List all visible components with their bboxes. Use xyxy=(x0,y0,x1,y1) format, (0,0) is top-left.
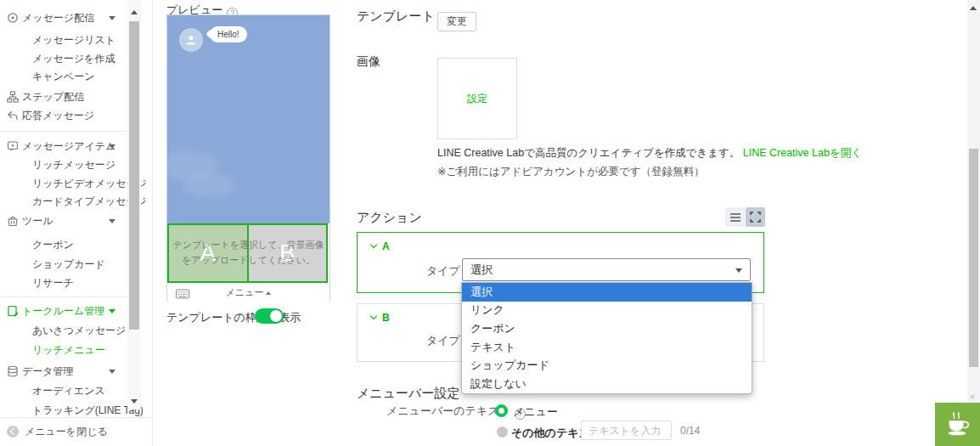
radio-other-text[interactable] xyxy=(497,426,508,438)
sidebar-item-step-broadcast[interactable]: ステップ配信 xyxy=(0,88,127,105)
sidebar-scrollbar-thumb[interactable] xyxy=(129,21,139,330)
sidebar-divider xyxy=(0,296,127,297)
sidebar: メッセージ配信 メッセージリスト メッセージを作成 キャンペーン ステップ配信 … xyxy=(0,0,153,446)
type-select-a-value: 選択 xyxy=(470,263,493,276)
richmenu-cell-b[interactable]: B xyxy=(247,223,329,283)
sidebar-item-message-broadcast[interactable]: メッセージ配信 xyxy=(0,9,127,26)
sidebar-item-label: データ管理 xyxy=(22,363,74,380)
cloud-shape xyxy=(184,172,235,198)
sidebar-item-label: リッチメッセージ xyxy=(32,156,115,173)
change-template-button[interactable]: 変更 xyxy=(437,12,476,31)
chevron-down-icon xyxy=(109,144,115,149)
collapse-menu-button[interactable]: メニューを閉じる xyxy=(7,425,108,438)
dropdown-option[interactable]: リンク xyxy=(462,302,752,320)
creative-lab-description: LINE Creative Labで高品質のクリエイティブを作成できます。 xyxy=(437,147,740,159)
chevron-down-icon xyxy=(109,309,115,313)
creative-lab-note: ※ご利用にはアドビアカウントが必要です（登録無料） xyxy=(437,165,705,179)
sidebar-scroll-up-icon[interactable] xyxy=(131,10,138,14)
sidebar-item-rich-video-message[interactable]: リッチビデオメッセージ xyxy=(0,175,127,192)
dropdown-option[interactable]: クーポン xyxy=(462,319,752,338)
collapse-menu-label: メニューを閉じる xyxy=(25,426,108,438)
sidebar-item-label: メッセージリスト xyxy=(32,31,115,48)
radio-menu[interactable] xyxy=(495,404,508,417)
sidebar-divider xyxy=(0,131,127,132)
keyboard-icon xyxy=(176,287,189,302)
image-upload-box[interactable]: 設定 xyxy=(437,58,517,139)
sidebar-item-data-management[interactable]: データ管理 xyxy=(0,363,127,380)
sidebar-scroll-down-icon[interactable] xyxy=(131,399,138,404)
expand-icon xyxy=(750,212,761,223)
chevron-down-icon xyxy=(109,219,115,223)
creative-lab-text: LINE Creative Labで高品質のクリエイティブを作成できます。 LI… xyxy=(437,146,862,161)
sidebar-item-label: メッセージアイテム xyxy=(22,138,115,155)
broadcast-icon xyxy=(7,12,20,24)
sidebar-item-shop-card[interactable]: ショップカード xyxy=(0,256,127,273)
sidebar-item-label: メッセージ配信 xyxy=(22,9,94,26)
main-scroll-up-icon[interactable] xyxy=(970,6,977,10)
sidebar-item-audience[interactable]: オーディエンス xyxy=(0,382,127,399)
dropdown-option[interactable]: 設定しない xyxy=(462,375,752,393)
sidebar-item-label: トークルーム管理 xyxy=(22,302,104,319)
sidebar-item-research[interactable]: リサーチ xyxy=(0,274,127,291)
chevron-down-icon xyxy=(109,16,115,20)
main-scrollbar-thumb[interactable] xyxy=(969,149,978,367)
chevron-down-icon xyxy=(370,313,377,319)
toggle-knob xyxy=(270,310,282,322)
sidebar-footer-divider xyxy=(0,417,153,418)
sidebar-item-coupon[interactable]: クーポン xyxy=(0,236,127,253)
dropdown-option[interactable]: 選択 xyxy=(462,283,752,302)
dropdown-option[interactable]: テキスト xyxy=(462,338,752,357)
template-border-toggle[interactable] xyxy=(255,308,284,324)
sidebar-item-label: ステップ配信 xyxy=(22,88,84,105)
database-icon xyxy=(7,365,20,377)
line-oa-manager-screen: メッセージ配信 メッセージリスト メッセージを作成 キャンペーン ステップ配信 … xyxy=(0,0,980,446)
sidebar-item-label: メッセージを作成 xyxy=(32,50,115,67)
caret-up-icon xyxy=(266,291,271,295)
basket-icon xyxy=(7,215,20,227)
sidebar-item-greeting-message[interactable]: あいさつメッセージ xyxy=(0,322,127,339)
sidebar-item-card-type-message[interactable]: カードタイプメッセージ xyxy=(0,193,127,210)
preview-menubar-label: メニュー xyxy=(226,286,272,299)
type-dropdown: 選択 リンク クーポン テキスト ショップカード 設定しない xyxy=(461,282,752,394)
step-flow-icon xyxy=(7,91,20,103)
sidebar-item-label: あいさつメッセージ xyxy=(32,322,126,339)
richmenu-cell-a[interactable]: A xyxy=(167,223,249,283)
expand-view-button[interactable] xyxy=(746,207,765,227)
sidebar-item-tracking[interactable]: トラッキング(LINE Tag) xyxy=(0,402,127,419)
panel-a-header[interactable]: A xyxy=(371,240,390,252)
sidebar-item-talkroom-management[interactable]: トークルーム管理 xyxy=(0,302,127,319)
chat-bubble: Hello! xyxy=(210,26,247,42)
cell-b-label: B xyxy=(279,240,295,267)
sidebar-item-campaign[interactable]: キャンペーン xyxy=(0,68,127,85)
sidebar-item-label: オーディエンス xyxy=(32,382,105,399)
close-icon[interactable]: × xyxy=(966,391,978,403)
avatar xyxy=(179,28,203,52)
sidebar-item-rich-message[interactable]: リッチメッセージ xyxy=(0,156,127,173)
cell-a-label: A xyxy=(200,240,216,267)
radio-menu-label[interactable]: メニュー xyxy=(513,404,558,420)
sidebar-item-create-message[interactable]: メッセージを作成 xyxy=(0,50,127,67)
preview-menubar: メニュー xyxy=(167,283,329,302)
sidebar-item-auto-reply[interactable]: 応答メッセージ xyxy=(0,107,127,124)
type-select-a[interactable]: 選択 xyxy=(462,258,751,281)
sidebar-item-message-list[interactable]: メッセージリスト xyxy=(0,31,127,48)
image-section-label: 画像 xyxy=(357,54,380,70)
creative-lab-link[interactable]: LINE Creative Labを開く xyxy=(743,147,862,159)
dropdown-option[interactable]: ショップカード xyxy=(462,356,752,375)
type-label: タイプ xyxy=(426,333,460,348)
reply-icon xyxy=(7,110,20,121)
list-view-button[interactable] xyxy=(725,207,745,227)
sidebar-item-label: ショップカード xyxy=(32,256,105,273)
sidebar-item-message-items[interactable]: メッセージアイテム xyxy=(0,138,127,155)
support-widget[interactable] xyxy=(935,403,980,446)
sidebar-item-label: ツール xyxy=(22,212,54,229)
other-text-input[interactable] xyxy=(581,421,672,440)
template-section-label: テンプレート xyxy=(357,8,435,25)
sidebar-item-rich-menu[interactable]: リッチメニュー xyxy=(0,342,127,358)
panel-b-header[interactable]: B xyxy=(371,312,390,324)
panel-a-title: A xyxy=(382,240,390,252)
panel-b-title: B xyxy=(382,312,390,324)
sidebar-item-tools[interactable]: ツール xyxy=(0,212,127,229)
chevron-down-icon xyxy=(370,241,377,248)
image-set-link[interactable]: 設定 xyxy=(467,92,487,106)
